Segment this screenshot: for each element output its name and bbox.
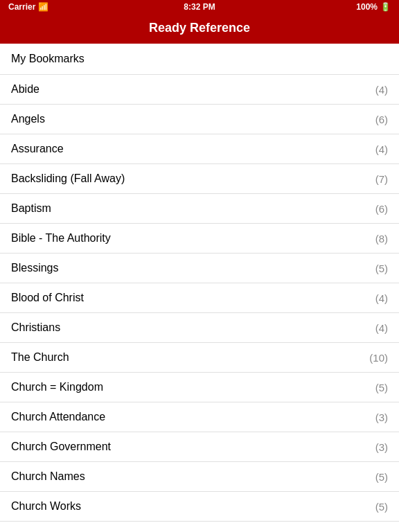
- list-item-count: (6): [375, 203, 388, 215]
- list-item[interactable]: Church Works(5): [0, 492, 399, 522]
- list-item-label: Church Attendance: [11, 411, 105, 423]
- list-item-count: (5): [375, 531, 388, 532]
- list-item[interactable]: Church Attendance(3): [0, 402, 399, 432]
- bookmarks-row[interactable]: My Bookmarks: [0, 44, 399, 75]
- list-item-count: (5): [375, 471, 388, 483]
- list-item-count: (4): [375, 322, 388, 334]
- status-bar-time: 8:32 PM: [184, 2, 215, 12]
- list-item-label: Confession: [11, 530, 66, 531]
- status-bar: Carrier 📶 8:32 PM 100% 🔋: [0, 0, 399, 14]
- list-item-count: (6): [375, 114, 388, 125]
- list-item[interactable]: Church = Kingdom(5): [0, 373, 399, 402]
- wifi-icon: 📶: [38, 2, 48, 12]
- list-item-count: (7): [375, 173, 388, 185]
- nav-title: Ready Reference: [149, 21, 250, 35]
- list-item-count: (8): [375, 233, 388, 245]
- list-item[interactable]: Angels(6): [0, 105, 399, 134]
- list-item[interactable]: Backsliding (Fall Away)(7): [0, 164, 399, 194]
- battery-percentage: 100%: [356, 2, 378, 12]
- list-item-count: (5): [375, 382, 388, 393]
- list-item-count: (4): [375, 292, 388, 304]
- list-item[interactable]: Church Names(5): [0, 462, 399, 492]
- list-item-label: Church Names: [11, 470, 85, 483]
- list-item[interactable]: Christians(4): [0, 313, 399, 343]
- list-item[interactable]: Confession(5): [0, 522, 399, 531]
- list-item[interactable]: Blood of Christ(4): [0, 283, 399, 313]
- list-item-count: (5): [375, 501, 388, 513]
- battery-icon: 🔋: [380, 2, 391, 12]
- list-item[interactable]: The Church(10): [0, 343, 399, 373]
- status-bar-left: Carrier 📶: [8, 2, 64, 12]
- list-item[interactable]: Church Government(3): [0, 432, 399, 462]
- list-item[interactable]: Baptism(6): [0, 194, 399, 224]
- bookmarks-label: My Bookmarks: [11, 53, 85, 65]
- list-item-count: (5): [375, 263, 388, 274]
- list-item-label: Christians: [11, 321, 60, 334]
- list-item-label: Angels: [11, 113, 45, 125]
- list-item-label: Church = Kingdom: [11, 381, 103, 393]
- list-item-count: (4): [375, 143, 388, 155]
- list-item-count: (3): [375, 441, 388, 453]
- list-item-label: Blessings: [11, 262, 58, 274]
- list-item-count: (4): [375, 84, 388, 96]
- list-item-label: Assurance: [11, 143, 64, 155]
- list-item-label: Baptism: [11, 202, 51, 215]
- list-item-label: Church Works: [11, 500, 81, 513]
- navigation-bar: Ready Reference: [0, 14, 399, 44]
- main-list[interactable]: My Bookmarks Abide(4)Angels(6)Assurance(…: [0, 44, 399, 531]
- list-item-label: The Church: [11, 351, 69, 364]
- list-item-count: (10): [369, 352, 388, 364]
- list-item[interactable]: Assurance(4): [0, 134, 399, 164]
- list-item-count: (3): [375, 411, 388, 423]
- list-item-label: Backsliding (Fall Away): [11, 172, 125, 185]
- list-item[interactable]: Blessings(5): [0, 254, 399, 283]
- list-item-label: Church Government: [11, 441, 111, 453]
- status-bar-right: 100% 🔋: [335, 2, 391, 12]
- list-items-container: Abide(4)Angels(6)Assurance(4)Backsliding…: [0, 75, 399, 531]
- list-item[interactable]: Bible - The Authority(8): [0, 224, 399, 254]
- list-item-label: Abide: [11, 83, 39, 96]
- list-item[interactable]: Abide(4): [0, 75, 399, 105]
- list-item-label: Bible - The Authority: [11, 232, 111, 245]
- carrier-label: Carrier: [8, 2, 35, 12]
- list-item-label: Blood of Christ: [11, 292, 84, 304]
